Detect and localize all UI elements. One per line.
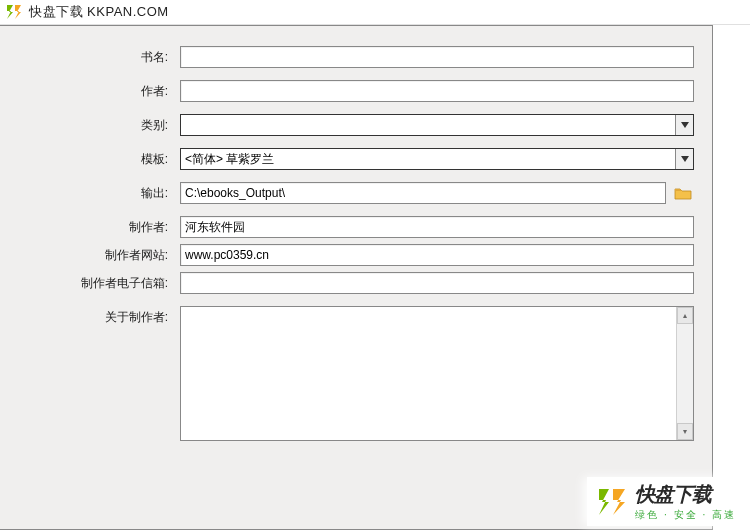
select-template[interactable]: <简体> 草紫罗兰 (180, 148, 694, 170)
scroll-track[interactable] (677, 324, 693, 423)
label-category: 类别: (0, 114, 180, 134)
row-email: 制作者电子信箱: (0, 272, 712, 294)
form: 书名: 作者: 类别: 模板: (0, 26, 712, 441)
label-output: 输出: (0, 182, 180, 202)
watermark-main: 快盘下载 (635, 481, 736, 508)
watermark-sub: 绿色 · 安全 · 高速 (635, 508, 736, 522)
input-book-name[interactable] (180, 46, 694, 68)
watermark-text: 快盘下载 绿色 · 安全 · 高速 (635, 481, 736, 522)
label-email: 制作者电子信箱: (0, 272, 180, 292)
row-book-name: 书名: (0, 46, 712, 68)
label-about: 关于制作者: (0, 306, 180, 326)
row-creator: 制作者: (0, 216, 712, 238)
form-panel: 书名: 作者: 类别: 模板: (0, 25, 713, 530)
input-email[interactable] (180, 272, 694, 294)
label-creator: 制作者: (0, 216, 180, 236)
input-author[interactable] (180, 80, 694, 102)
dropdown-button-icon[interactable] (675, 149, 693, 169)
select-template-value: <简体> 草紫罗兰 (181, 151, 675, 168)
svg-marker-4 (599, 489, 609, 515)
row-website: 制作者网站: (0, 244, 712, 266)
input-creator[interactable] (180, 216, 694, 238)
watermark-logo-icon (595, 485, 629, 519)
row-author: 作者: (0, 80, 712, 102)
logo-icon (5, 3, 23, 21)
label-book-name: 书名: (0, 46, 180, 66)
textarea-scrollbar[interactable]: ▴ ▾ (676, 307, 693, 440)
dropdown-button-icon[interactable] (675, 115, 693, 135)
label-author: 作者: (0, 80, 180, 100)
textarea-about[interactable] (181, 307, 676, 440)
svg-marker-1 (15, 5, 21, 19)
folder-icon (674, 186, 692, 200)
svg-marker-2 (681, 122, 689, 128)
label-website: 制作者网站: (0, 244, 180, 264)
scroll-up-icon[interactable]: ▴ (677, 307, 693, 324)
svg-marker-3 (681, 156, 689, 162)
label-template: 模板: (0, 148, 180, 168)
select-category[interactable] (180, 114, 694, 136)
svg-marker-0 (7, 5, 13, 19)
textarea-about-wrap: ▴ ▾ (180, 306, 694, 441)
row-output: 输出: (0, 182, 712, 204)
app-header: 快盘下载 KKPAN.COM (0, 0, 750, 25)
watermark: 快盘下载 绿色 · 安全 · 高速 (587, 477, 744, 526)
row-category: 类别: (0, 114, 712, 136)
browse-folder-button[interactable] (672, 183, 694, 203)
row-about: 关于制作者: ▴ ▾ (0, 306, 712, 441)
app-title: 快盘下载 KKPAN.COM (29, 3, 169, 21)
input-website[interactable] (180, 244, 694, 266)
scroll-down-icon[interactable]: ▾ (677, 423, 693, 440)
svg-marker-5 (613, 489, 625, 515)
row-template: 模板: <简体> 草紫罗兰 (0, 148, 712, 170)
input-output[interactable] (180, 182, 666, 204)
